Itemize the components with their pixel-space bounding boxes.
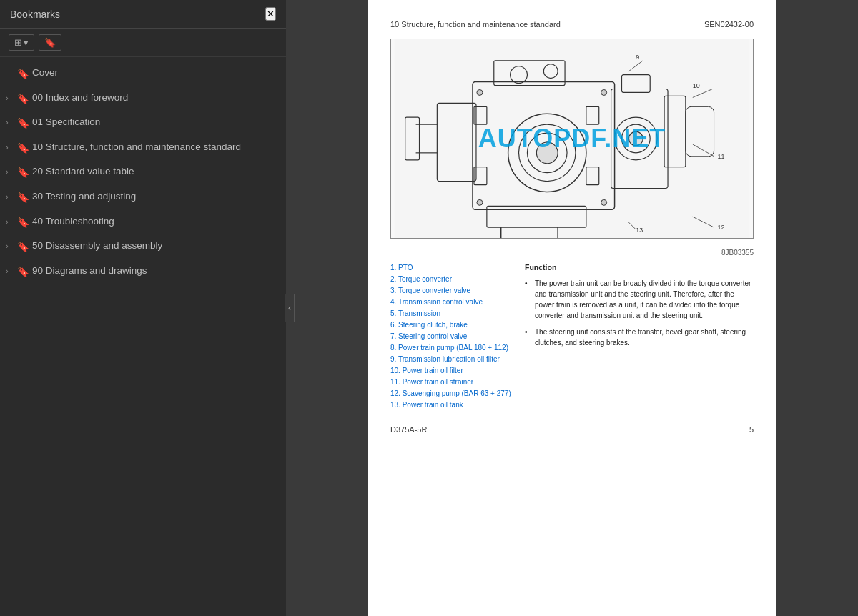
part-list-item: 11. Power train oil strainer: [390, 377, 512, 387]
svg-point-12: [628, 131, 643, 146]
part-list-item: 4. Transmission control valve: [390, 297, 512, 307]
bookmark-item-01[interactable]: › 🔖 01 Specification: [0, 111, 286, 136]
svg-point-22: [477, 89, 483, 95]
svg-text:9: 9: [636, 54, 639, 61]
part-list-item: 3. Torque converter valve: [390, 285, 512, 296]
bullet-text: The power train unit can be broadly divi…: [535, 278, 754, 321]
bookmark-item-00[interactable]: › 🔖 00 Index and foreword: [0, 86, 286, 111]
bullet-text: The steering unit consists of the transf…: [535, 327, 754, 348]
bookmark-item-50[interactable]: › 🔖 50 Disassembly and assembly: [0, 234, 286, 259]
bookmark-label-00: 00 Index and foreword: [32, 91, 279, 105]
bookmark-label-20: 20 Standard value table: [32, 165, 279, 179]
bookmark-flag-icon-30: 🔖: [17, 191, 29, 205]
document-reference-number: SEN02432-00: [704, 20, 754, 29]
collapse-sidebar-button[interactable]: ‹: [285, 294, 295, 322]
engine-svg: 9 10 11 12 13: [391, 39, 753, 238]
parts-list: 1. PTO2. Torque converter3. Torque conve…: [390, 262, 512, 411]
bookmark-item-90[interactable]: › 🔖 90 Diagrams and drawings: [0, 259, 286, 284]
chevron-icon-01: ›: [6, 117, 14, 128]
bookmark-label-cover: Cover: [32, 66, 279, 80]
document-model: D375A-5R: [390, 425, 427, 434]
bookmark-label-01: 01 Specification: [32, 116, 279, 129]
document-section-title: 10 Structure, function and maintenance s…: [390, 20, 561, 29]
bookmark-icon: 🔖: [44, 37, 56, 48]
chevron-icon-10: ›: [6, 142, 14, 153]
document-page: 10 Structure, function and maintenance s…: [368, 0, 776, 616]
sidebar-header: Bookmarks ✕: [0, 0, 286, 29]
document-header: 10 Structure, function and maintenance s…: [390, 20, 754, 29]
function-bullet-item: •The steering unit consists of the trans…: [525, 327, 754, 348]
function-bullet-item: •The power train unit can be broadly div…: [525, 278, 754, 321]
bookmark-list: 🔖 Cover › 🔖 00 Index and foreword › 🔖 01…: [0, 57, 286, 616]
svg-point-23: [601, 89, 607, 95]
part-list-item: 12. Scavenging pump (BAR 63 + 277): [390, 388, 512, 399]
document-page-number: 5: [749, 425, 754, 434]
part-list-item: 13. Power train oil tank: [390, 399, 512, 410]
bookmark-flag-icon: 🔖: [17, 67, 29, 81]
bookmark-label-90: 90 Diagrams and drawings: [32, 264, 279, 278]
bookmark-label-40: 40 Troubleshooting: [32, 215, 279, 229]
bookmark-flag-icon-40: 🔖: [17, 216, 29, 230]
svg-text:12: 12: [718, 224, 725, 231]
close-button[interactable]: ✕: [265, 7, 276, 21]
chevron-icon-90: ›: [6, 266, 14, 277]
function-bullets: •The power train unit can be broadly div…: [525, 278, 754, 348]
document-footer: D375A-5R 5: [390, 425, 754, 434]
bookmark-flag-icon-90: 🔖: [17, 265, 29, 279]
part-list-item: 1. PTO: [390, 262, 512, 273]
bookmark-label-50: 50 Disassembly and assembly: [32, 239, 279, 253]
function-title: Function: [525, 262, 754, 274]
function-section: Function •The power train unit can be br…: [525, 262, 754, 411]
svg-text:13: 13: [636, 227, 643, 234]
chevron-icon-40: ›: [6, 217, 14, 227]
bookmark-item-30[interactable]: › 🔖 30 Testing and adjusting: [0, 185, 286, 210]
bookmark-item-10[interactable]: › 🔖 10 Structure, function and maintenan…: [0, 136, 286, 161]
bookmark-flag-icon-00: 🔖: [17, 92, 29, 106]
chevron-icon-50: ›: [6, 241, 14, 252]
svg-point-9: [536, 142, 558, 164]
bookmark-flag-icon-20: 🔖: [17, 166, 29, 180]
document-content: 1. PTO2. Torque converter3. Torque conve…: [390, 262, 754, 411]
part-list-item: 2. Torque converter: [390, 274, 512, 284]
bookmark-manage-button[interactable]: 🔖: [39, 34, 61, 51]
bullet-icon: •: [525, 278, 531, 321]
expand-arrow-icon: ▾: [24, 37, 29, 48]
bookmark-item-cover[interactable]: 🔖 Cover: [0, 61, 286, 86]
bookmark-flag-icon-10: 🔖: [17, 141, 29, 156]
diagram-reference: 8JB03355: [390, 249, 754, 257]
engine-diagram: 9 10 11 12 13 AUTOPDF.NET: [390, 39, 754, 239]
part-list-item: 5. Transmission: [390, 308, 512, 319]
chevron-icon-00: ›: [6, 93, 14, 104]
bookmark-item-40[interactable]: › 🔖 40 Troubleshooting: [0, 210, 286, 235]
bookmark-flag-icon-50: 🔖: [17, 240, 29, 254]
part-list-item: 9. Transmission lubrication oil filter: [390, 354, 512, 364]
part-list-item: 7. Steering control valve: [390, 331, 512, 342]
bookmark-item-20[interactable]: › 🔖 20 Standard value table: [0, 160, 286, 185]
bookmark-label-30: 30 Testing and adjusting: [32, 190, 279, 204]
document-viewer: 10 Structure, function and maintenance s…: [286, 0, 858, 616]
part-list-item: 8. Power train pump (BAL 180 + 112): [390, 342, 512, 353]
sidebar-title: Bookmarks: [10, 9, 60, 20]
chevron-icon-30: ›: [6, 192, 14, 202]
grid-icon: ⊞: [14, 37, 22, 48]
svg-point-24: [477, 199, 483, 205]
svg-text:11: 11: [718, 153, 725, 160]
part-list-item: 10. Power train oil filter: [390, 365, 512, 376]
expand-all-button[interactable]: ⊞ ▾: [9, 34, 34, 51]
bookmark-flag-icon-01: 🔖: [17, 116, 29, 131]
sidebar-toolbar: ⊞ ▾ 🔖: [0, 29, 286, 57]
bookmark-label-10: 10 Structure, function and maintenance s…: [32, 141, 279, 154]
part-list-item: 6. Steering clutch, brake: [390, 319, 512, 330]
bookmarks-sidebar: Bookmarks ✕ ⊞ ▾ 🔖 🔖 Cover › 🔖 00 Index a…: [0, 0, 286, 616]
svg-point-25: [601, 199, 607, 205]
chevron-icon-20: ›: [6, 167, 14, 177]
svg-text:10: 10: [693, 82, 700, 89]
bullet-icon: •: [525, 327, 531, 348]
